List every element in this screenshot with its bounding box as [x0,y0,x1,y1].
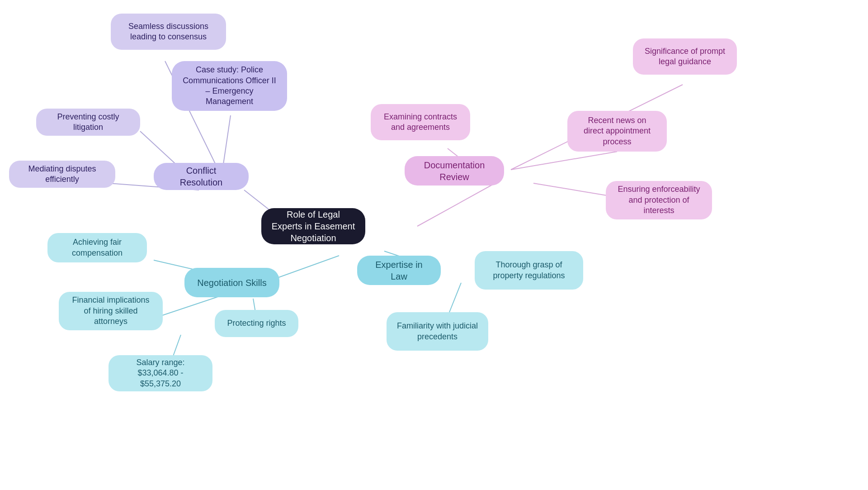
financial-node: Financial implications of hiring skilled… [59,292,163,330]
recent-news-node: Recent news on direct appointment proces… [567,111,667,152]
conflict-resolution-node: Conflict Resolution [154,163,249,190]
recent-news-label: Recent news on direct appointment proces… [577,115,657,147]
seamless-label: Seamless discussions leading to consensu… [121,21,216,43]
examining-node: Examining contracts and agreements [371,104,470,140]
significance-label: Significance of prompt legal guidance [643,46,727,67]
case-study-node: Case study: Police Communications Office… [172,61,287,111]
familiarity-node: Familiarity with judicial precedents [387,312,488,351]
negotiation-label: Negotiation Skills [197,277,266,289]
salary-node: Salary range: $33,064.80 - $55,375.20 [108,355,212,391]
ensuring-node: Ensuring enforceability and protection o… [606,181,712,219]
svg-line-5 [417,183,495,226]
thorough-label: Thorough grasp of property regulations [485,260,573,281]
center-label: Role of Legal Experts in Easement Negoti… [271,209,355,244]
preventing-label: Preventing costly litigation [46,112,130,133]
center-node: Role of Legal Experts in Easement Negoti… [261,208,365,244]
seamless-node: Seamless discussions leading to consensu… [111,14,226,50]
documentation-label: Documentation Review [415,159,494,183]
svg-line-10 [270,256,339,281]
familiarity-label: Familiarity with judicial precedents [396,321,478,342]
svg-line-9 [533,183,615,197]
achieving-label: Achieving fair compensation [57,237,137,258]
negotiation-skills-node: Negotiation Skills [184,268,279,297]
achieving-node: Achieving fair compensation [47,233,147,262]
conflict-label: Conflict Resolution [164,165,239,188]
financial-label: Financial implications of hiring skilled… [69,295,153,327]
mediating-label: Mediating disputes efficiently [19,164,105,185]
documentation-review-node: Documentation Review [405,156,504,186]
svg-line-17 [448,283,461,317]
case-study-label: Case study: Police Communications Office… [182,65,277,107]
salary-label: Salary range: $33,064.80 - $55,375.20 [118,357,203,389]
expertise-law-node: Expertise in Law [357,256,441,285]
preventing-node: Preventing costly litigation [36,109,140,136]
thorough-node: Thorough grasp of property regulations [475,251,583,290]
svg-line-8 [511,152,617,170]
examining-label: Examining contracts and agreements [381,112,460,133]
protecting-node: Protecting rights [215,310,298,337]
expertise-label: Expertise in Law [367,259,431,282]
ensuring-label: Ensuring enforceability and protection o… [616,184,702,216]
significance-node: Significance of prompt legal guidance [633,38,737,75]
protecting-label: Protecting rights [227,318,286,328]
mediating-node: Mediating disputes efficiently [9,161,115,188]
